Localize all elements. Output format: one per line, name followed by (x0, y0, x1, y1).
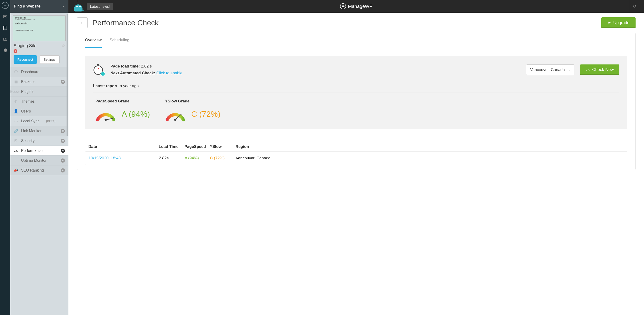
gear-badge-icon (60, 80, 65, 84)
shield-icon: ⛨ (14, 138, 18, 143)
left-rail: + (0, 0, 10, 315)
arrow-up-icon: ↑ (14, 158, 18, 163)
main: Latest news! ManageWP ⟳ ← Performance Ch… (68, 0, 644, 315)
table-header: Date Load Time PageSpeed YSlow Region (85, 142, 627, 152)
nav-local-sync[interactable]: ▭Local Sync (BETA) (10, 116, 68, 126)
site-status-icon: ⊕ (14, 49, 17, 53)
rail-settings-icon[interactable] (2, 47, 9, 54)
row-load: 2.82s (159, 156, 185, 160)
find-website-dropdown[interactable]: Find a Website ▼ (10, 0, 68, 13)
rail-clients-icon[interactable] (2, 36, 9, 43)
yslow-grade: YSlow Grade C (72%) (164, 99, 220, 122)
site-nav: 🖵Dashboard ▣Backups �powerPlugins ◐Theme… (10, 67, 68, 315)
performance-card: Overview Scheduling ✓ Page load time: 2.… (77, 33, 636, 170)
mascot-icon[interactable] (73, 1, 84, 12)
gauge-icon (94, 106, 117, 122)
rail-sites-icon[interactable] (2, 24, 9, 32)
monitor-icon: 🖵 (14, 70, 18, 74)
camera-icon: ▣ (14, 80, 18, 84)
nav-security[interactable]: ⛨Security (10, 136, 68, 146)
row-region: Vancouver, Canada (236, 156, 624, 160)
gear-badge-icon (60, 138, 65, 143)
palette-icon: ◐ (14, 99, 18, 104)
megaphone-icon: 📣 (14, 168, 18, 173)
news-bubble[interactable]: Latest news! (87, 3, 113, 10)
stopwatch-icon: ✓ (93, 64, 105, 76)
find-website-label: Find a Website (14, 4, 40, 9)
site-name: Staging Site (14, 43, 36, 48)
nav-uptime[interactable]: ↑Uptime Monitor (10, 156, 68, 166)
tabs: Overview Scheduling (77, 33, 635, 48)
grades: PageSpeed Grade A (94%) (93, 99, 620, 122)
region-select[interactable]: Vancouver, Canada ⌄ (526, 64, 574, 75)
page-header: ← Performance Check ✷Upgrade (68, 13, 644, 33)
history-table: Date Load Time PageSpeed YSlow Region 10… (77, 137, 635, 170)
enable-automated-link[interactable]: Click to enable (156, 71, 182, 75)
nav-link-monitor[interactable]: 🔗Link Monitor (10, 126, 68, 136)
nav-themes[interactable]: ◐Themes (10, 96, 68, 106)
gear-icon: ✷ (608, 20, 611, 25)
gear-badge-icon (60, 158, 65, 163)
tab-overview[interactable]: Overview (85, 33, 102, 48)
refresh-button[interactable]: ⟳ (629, 0, 641, 13)
speedometer-icon (14, 148, 18, 153)
chevron-down-icon: ⌄ (568, 68, 571, 72)
tab-scheduling[interactable]: Scheduling (110, 33, 129, 48)
latest-report: Latest report: a year ago (93, 84, 620, 88)
plug-icon: �power (14, 89, 18, 94)
whale-icon (340, 3, 346, 10)
gear-badge-icon (60, 129, 65, 133)
reconnect-button[interactable]: Reconnect (14, 55, 37, 64)
nav-seo[interactable]: 📣SEO Ranking (10, 166, 68, 175)
favorite-star-icon[interactable]: ☆ (62, 43, 65, 48)
check-now-button[interactable]: Check Now (580, 64, 620, 75)
nav-users[interactable]: 👤Users (10, 106, 68, 116)
svg-point-4 (5, 38, 6, 40)
add-site-button[interactable]: + (2, 2, 9, 9)
nav-dashboard[interactable]: 🖵Dashboard (10, 67, 68, 77)
row-yslow: C (72%) (210, 156, 236, 160)
nav-backups[interactable]: ▣Backups (10, 77, 68, 87)
gear-badge-icon (60, 168, 65, 173)
gauge-icon (164, 106, 186, 122)
pagespeed-grade: PageSpeed Grade A (94%) (94, 99, 150, 122)
pagespeed-value: A (94%) (122, 110, 150, 118)
user-icon: 👤 (14, 109, 18, 114)
nav-performance[interactable]: Performance (10, 146, 68, 156)
chevron-down-icon: ▼ (62, 5, 65, 8)
yslow-value: C (72%) (191, 110, 220, 118)
sidebar-scrollbar[interactable] (66, 14, 68, 136)
row-date: 10/15/2020, 18:43 (88, 156, 159, 160)
nav-plugins[interactable]: �powerPlugins (10, 87, 68, 96)
brand-logo: ManageWP (340, 3, 372, 10)
page-title: Performance Check (92, 18, 159, 27)
speedometer-icon (586, 67, 590, 72)
upgrade-button[interactable]: ✷Upgrade (601, 17, 636, 28)
sidebar: Find a Website ▼ STAGING SITE Just anoth… (10, 0, 68, 315)
gear-badge-icon (60, 148, 65, 153)
rail-analytics-icon[interactable] (2, 13, 9, 20)
settings-button[interactable]: Settings (40, 55, 60, 64)
folder-icon: ▭ (14, 119, 18, 124)
link-icon: 🔗 (14, 129, 18, 133)
back-button[interactable]: ← (77, 17, 88, 28)
table-row[interactable]: 10/15/2020, 18:43 2.82s A (94%) C (72%) … (85, 152, 627, 165)
row-pagespeed: A (94%) (185, 156, 210, 160)
load-info: Page load time: 2.82 s Next Automated Ch… (110, 63, 520, 77)
topbar: Latest news! ManageWP ⟳ (68, 0, 644, 13)
site-thumbnail[interactable]: STAGING SITE Just another WordPress site… (13, 16, 66, 41)
summary-panel: ✓ Page load time: 2.82 s Next Automated … (85, 56, 627, 130)
